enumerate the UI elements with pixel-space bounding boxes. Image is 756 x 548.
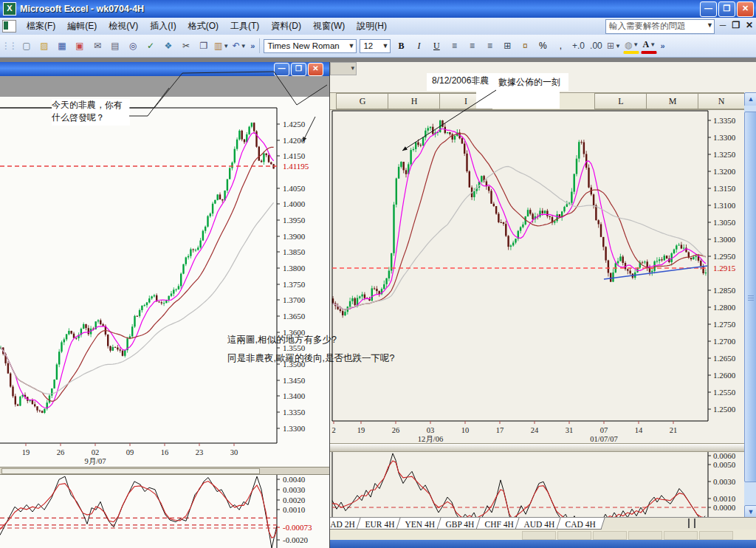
- open-file-icon[interactable]: ▨: [36, 38, 52, 54]
- right-chart-window: ▾ GHILMN 8/12/2006非農 數據公佈的一刻 1.33501.330…: [330, 62, 756, 548]
- borders-button[interactable]: ⊞▼: [605, 38, 622, 54]
- menu-item-2[interactable]: 檢視(V): [103, 18, 144, 35]
- research-icon[interactable]: ❖: [160, 38, 176, 54]
- pane-splitter[interactable]: [330, 443, 744, 452]
- svg-text:0.0030: 0.0030: [283, 485, 306, 494]
- workbook-restore-button[interactable]: ❐: [731, 20, 741, 30]
- toolbar-handle[interactable]: ⋮⋮: [1, 41, 16, 51]
- print-icon[interactable]: ▤: [107, 38, 123, 54]
- menu-item-3[interactable]: 插入(I): [144, 18, 182, 35]
- svg-text:1.2915: 1.2915: [713, 264, 736, 273]
- spelling-icon[interactable]: ✓: [142, 38, 159, 54]
- paste-icon[interactable]: ▥▼: [213, 38, 230, 54]
- comma-style-button[interactable]: ,: [552, 38, 568, 54]
- svg-text:1.3150: 1.3150: [713, 184, 736, 193]
- excel-app-icon: X: [3, 2, 16, 16]
- svg-text:1.2850: 1.2850: [713, 286, 736, 295]
- italic-button[interactable]: I: [410, 38, 427, 54]
- font-name-select[interactable]: Times New Roman ▼: [264, 39, 357, 53]
- right-chart-canvas: 1.33501.33001.32501.32001.31501.31001.30…: [330, 62, 756, 548]
- vertical-scrollbar[interactable]: [744, 106, 756, 517]
- new-file-icon[interactable]: ▢: [18, 38, 35, 54]
- permission-icon[interactable]: ▣: [72, 38, 88, 54]
- align-center-button[interactable]: ≡: [464, 38, 480, 54]
- svg-text:1.3350: 1.3350: [713, 116, 736, 125]
- restore-button[interactable]: ❐: [718, 1, 735, 17]
- chevron-down-icon[interactable]: ▼: [615, 43, 621, 49]
- svg-text:1.3300: 1.3300: [713, 133, 736, 142]
- minimize-button[interactable]: —: [700, 1, 717, 17]
- toolbar-options2-icon[interactable]: »: [660, 41, 664, 50]
- svg-text:1.41195: 1.41195: [283, 162, 309, 171]
- font-color-button[interactable]: A▼: [641, 38, 657, 54]
- svg-text:10: 10: [461, 426, 470, 434]
- decrease-decimal-button[interactable]: .00: [588, 38, 604, 54]
- svg-text:1.3800: 1.3800: [283, 264, 306, 273]
- menu-item-6[interactable]: 資料(D): [265, 18, 307, 35]
- bold-button[interactable]: B: [393, 38, 409, 54]
- svg-text:30: 30: [230, 448, 238, 456]
- currency-style-button[interactable]: ¤: [517, 38, 533, 54]
- menu-bar: 檔案(F)編輯(E)檢視(V)插入(I)格式(O)工具(T)資料(D)視窗(W)…: [0, 18, 756, 35]
- workbook-minimize-button[interactable]: ─: [718, 20, 728, 30]
- menu-item-5[interactable]: 工具(T): [224, 18, 265, 35]
- question-input[interactable]: 輸入需要解答的問題 ▼: [605, 19, 715, 34]
- svg-text:1.4050: 1.4050: [283, 184, 306, 193]
- excel-application: X Microsoft Excel - wk0704-4H — ❐ ✕ 檔案(F…: [0, 0, 756, 548]
- sheet-tab-cad-4h[interactable]: CAD 4H: [556, 518, 605, 530]
- chevron-down-icon[interactable]: ▼: [650, 41, 656, 48]
- chevron-down-icon[interactable]: ▼: [707, 21, 713, 29]
- print-preview-icon[interactable]: ◎: [125, 38, 141, 54]
- menu-item-1[interactable]: 編輯(E): [61, 18, 103, 35]
- svg-text:1.2700: 1.2700: [713, 337, 736, 346]
- chevron-down-icon[interactable]: ▼: [633, 41, 639, 48]
- svg-text:16: 16: [161, 448, 169, 456]
- svg-text:1.3450: 1.3450: [283, 376, 306, 385]
- svg-text:1.3950: 1.3950: [283, 216, 306, 225]
- workbook-close-button[interactable]: ✕: [744, 20, 755, 30]
- svg-text:1.3050: 1.3050: [713, 218, 736, 227]
- tab-splitter[interactable]: [688, 518, 695, 528]
- scroll-up-icon[interactable]: ▲: [744, 92, 756, 107]
- menu-item-8[interactable]: 說明(H): [351, 18, 393, 35]
- svg-text:2: 2: [331, 426, 335, 434]
- align-right-button[interactable]: ≡: [481, 38, 498, 54]
- svg-text:23: 23: [196, 448, 204, 456]
- callout-line2: 什么啓發呢？: [52, 112, 130, 124]
- svg-text:9月/07: 9月/07: [84, 457, 106, 465]
- svg-text:1.2550: 1.2550: [713, 388, 736, 397]
- fill-color-button[interactable]: ◍▼: [623, 38, 639, 54]
- svg-text:1.3650: 1.3650: [283, 312, 306, 321]
- svg-text:1.4000: 1.4000: [283, 199, 306, 208]
- underline-button[interactable]: U: [428, 38, 444, 54]
- question-annotation-1: 這兩圖,相似的地方有多少?: [227, 334, 337, 346]
- mail-icon[interactable]: ✉: [89, 38, 106, 54]
- increase-decimal-button[interactable]: +.0: [570, 38, 586, 54]
- scrollbar-thumb[interactable]: [1, 468, 260, 474]
- title-bar: X Microsoft Excel - wk0704-4H — ❐ ✕: [0, 0, 756, 18]
- svg-text:0.0040: 0.0040: [283, 475, 306, 484]
- horizontal-scrollbar[interactable]: [0, 467, 329, 475]
- menu-item-0[interactable]: 檔案(F): [21, 18, 61, 35]
- svg-text:1.3400: 1.3400: [283, 391, 306, 400]
- scrollbar-thumb[interactable]: [744, 112, 756, 482]
- cut-icon[interactable]: ✂: [178, 38, 194, 54]
- svg-text:0.0060: 0.0060: [713, 451, 736, 460]
- undo-icon[interactable]: ↶▼: [231, 38, 247, 54]
- font-size-select[interactable]: 12 ▼: [360, 39, 391, 53]
- svg-text:26: 26: [392, 426, 400, 434]
- align-left-button[interactable]: ≡: [446, 38, 462, 54]
- menu-item-7[interactable]: 視窗(W): [307, 18, 351, 35]
- menu-item-4[interactable]: 格式(O): [182, 18, 224, 35]
- svg-text:1.3850: 1.3850: [283, 247, 306, 256]
- chevron-down-icon[interactable]: ▼: [223, 43, 229, 49]
- copy-icon[interactable]: ❐: [196, 38, 212, 54]
- close-button[interactable]: ✕: [737, 1, 754, 17]
- svg-text:02: 02: [92, 448, 100, 456]
- merge-center-button[interactable]: ⊞: [499, 38, 515, 54]
- toolbar-options-icon[interactable]: »: [250, 41, 255, 50]
- svg-text:-0.0020: -0.0020: [283, 535, 308, 544]
- chevron-down-icon[interactable]: ▼: [241, 43, 247, 49]
- save-icon[interactable]: ▦: [54, 38, 70, 54]
- percent-style-button[interactable]: %: [535, 38, 551, 54]
